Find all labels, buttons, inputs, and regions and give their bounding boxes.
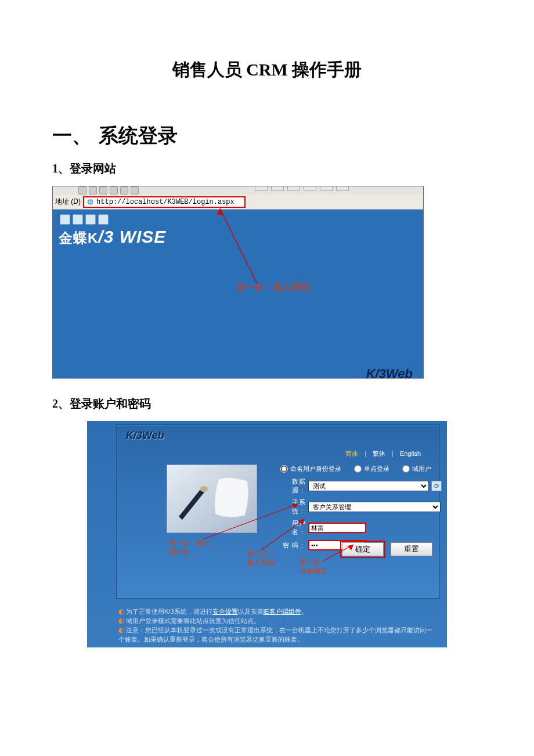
toolbar-icon (89, 186, 97, 195)
address-input[interactable] (96, 198, 242, 206)
note-line: ◐注意：您已经从本机登录过一次或没有正常退出系统，在一台机器上不论您打开了多少个… (118, 625, 436, 643)
screenshot-login-url: 地址 (D) 金蝶K/3 WISE 第一步：输入网站 K/3Web (52, 186, 424, 379)
lang-simplified[interactable]: 简体 (345, 450, 358, 457)
radio-label: 命名用户身份登录 (290, 465, 341, 473)
subsection-heading-2: 2、登录账户和密码 (52, 396, 482, 412)
toolbar-icon (99, 186, 107, 195)
browser-toolbar-fragment (53, 186, 423, 195)
toolbar-icon (131, 186, 139, 195)
radio-input[interactable] (280, 465, 288, 473)
toolbar-icon (110, 186, 118, 195)
print-icon[interactable] (98, 214, 109, 225)
logo-cn: 金蝶K (59, 230, 98, 246)
annotation-step2: 第二步：输入密码 (247, 549, 275, 567)
login-notes: ◐为了正常使用K/3系统，请进行安全设置以及安装IE客户端组件。 ◐域用户登录模… (118, 607, 436, 643)
section-number: 一、 (52, 123, 99, 149)
save-icon[interactable] (60, 214, 70, 225)
separator: | (365, 450, 366, 457)
username-label: 用户名： (280, 519, 308, 537)
lang-english[interactable]: English (400, 450, 421, 457)
annotation-step1: 第一步：输入网站 (236, 282, 311, 294)
k3web-text: K/3Web (366, 366, 413, 379)
login-type-radios: 命名用户身份登录 单点登录 域用户 (280, 465, 431, 473)
login-panel: K/3Web 简体 | 繁体 | English 命名用户身份登录 单点登录 域… (116, 424, 440, 599)
form-buttons: 确定 重置 (342, 542, 432, 556)
section-title: 系统登录 (99, 124, 178, 146)
language-switch: 简体 | 繁体 | English (343, 449, 423, 458)
mail-icon[interactable] (85, 214, 96, 225)
logo-en: /3 WISE (98, 227, 166, 246)
page-toolbar (60, 214, 109, 226)
note-line: ◐为了正常使用K/3系统，请进行安全设置以及安装IE客户端组件。 (118, 607, 436, 616)
toolbar-icon (304, 186, 316, 191)
address-input-highlight (83, 196, 246, 208)
datasource-select[interactable]: 测试 (308, 481, 429, 491)
k3wise-logo: 金蝶K/3 WISE (59, 227, 166, 247)
security-settings-link[interactable]: 安全设置 (212, 608, 238, 615)
radio-input[interactable] (402, 465, 410, 473)
document-page: 销售人员 CRM 操作手册 一、系统登录 1、登录网站 (0, 0, 534, 682)
bullet-icon: ◐ (118, 607, 124, 615)
row-datasource: 数据源： 测试 ⟳ (280, 477, 443, 495)
subsystem-select[interactable]: 客户关系管理 (308, 502, 441, 512)
login-illustration (167, 465, 257, 533)
address-label: 地址 (D) (55, 197, 83, 207)
lang-traditional[interactable]: 繁体 (373, 450, 385, 457)
document-title: 销售人员 CRM 操作手册 (52, 58, 482, 82)
bullet-icon: ◐ (118, 626, 124, 634)
toolbar-icon (271, 186, 284, 191)
subsection-heading-1: 1、登录网站 (52, 161, 482, 177)
toolbar-icon (120, 186, 128, 195)
radio-label: 单点登录 (364, 465, 389, 473)
toolbar-icon (287, 186, 300, 191)
radio-single-signon[interactable]: 单点登录 (354, 465, 389, 473)
address-bar-row: 地址 (D) (53, 195, 423, 210)
user-icon[interactable] (73, 214, 83, 225)
radio-input[interactable] (354, 465, 362, 473)
note-line: ◐域用户登录模式需要将此站点设置为信任站点。 (118, 616, 436, 625)
section-heading-1: 一、系统登录 (52, 123, 482, 149)
toolbar-icon (336, 186, 349, 191)
datasource-label: 数据源： (280, 477, 308, 495)
radio-domain-user[interactable]: 域用户 (402, 465, 431, 473)
username-input[interactable] (308, 523, 366, 533)
annotation-step3: 第三步：点击确定 (300, 557, 327, 575)
screenshot-login-form: K/3Web 简体 | 繁体 | English 命名用户身份登录 单点登录 域… (87, 421, 447, 647)
bullet-icon: ◐ (118, 617, 124, 625)
toolbar-icon (78, 186, 86, 195)
radio-named-user[interactable]: 命名用户身份登录 (280, 465, 341, 473)
toolbar-icon (255, 186, 268, 191)
toolbar-icon (320, 186, 333, 191)
datasource-refresh-icon[interactable]: ⟳ (431, 481, 442, 491)
ok-button[interactable]: 确定 (342, 542, 384, 556)
password-label: 密 码： (280, 541, 308, 550)
separator: | (392, 450, 394, 457)
ie-icon (86, 198, 94, 206)
annotation-step1: 第一步：输入用户名 (169, 539, 211, 557)
radio-label: 域用户 (412, 465, 431, 473)
row-username: 用户名： (280, 519, 443, 537)
ie-component-link[interactable]: IE客户端组件 (264, 608, 301, 615)
svg-point-4 (200, 486, 208, 492)
subsystem-label: 子系统： (280, 498, 308, 516)
reset-button[interactable]: 重置 (391, 542, 432, 556)
row-subsystem: 子系统： 客户关系管理 (280, 498, 443, 516)
k3web-logo: K/3Web (126, 430, 164, 442)
